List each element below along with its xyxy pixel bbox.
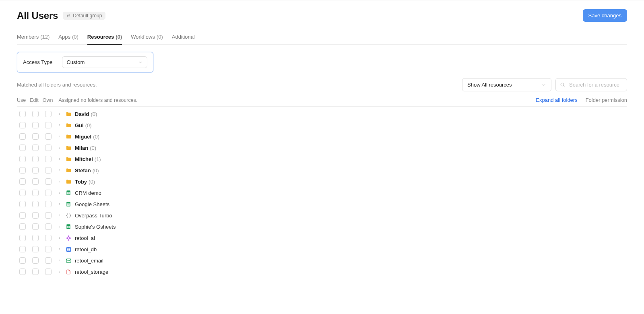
expand-caret[interactable] — [58, 202, 64, 206]
checkbox-own[interactable] — [45, 156, 52, 162]
checkbox-own[interactable] — [45, 235, 52, 241]
tab-count: (0) — [116, 34, 122, 40]
folder-icon — [65, 122, 72, 128]
expand-caret[interactable] — [58, 225, 64, 228]
resource-name[interactable]: Toby — [75, 179, 87, 185]
resource-row: Milan(0) — [17, 142, 627, 153]
checkbox-own[interactable] — [45, 223, 52, 230]
resource-name[interactable]: CRM demo — [75, 190, 101, 196]
tab-additional[interactable]: Additional — [172, 31, 195, 45]
expand-caret[interactable] — [58, 180, 64, 183]
checkbox-use[interactable] — [19, 111, 26, 117]
expand-caret[interactable] — [58, 214, 64, 217]
expand-caret[interactable] — [58, 259, 64, 262]
checkbox-edit[interactable] — [32, 235, 39, 241]
checkbox-own[interactable] — [45, 145, 52, 151]
checkbox-use[interactable] — [19, 133, 26, 140]
expand-caret[interactable] — [58, 135, 64, 138]
expand-caret[interactable] — [58, 270, 64, 273]
tab-label: Members — [17, 34, 39, 40]
resource-name[interactable]: David — [75, 111, 89, 117]
checkbox-use[interactable] — [19, 212, 26, 219]
checkbox-use[interactable] — [19, 257, 26, 264]
resource-name[interactable]: Sophie's Gsheets — [75, 224, 116, 230]
checkbox-own[interactable] — [45, 167, 52, 174]
checkbox-edit[interactable] — [32, 122, 39, 128]
checkbox-use[interactable] — [19, 145, 26, 151]
expand-caret[interactable] — [58, 124, 64, 127]
resource-name[interactable]: Milan — [75, 145, 88, 151]
resource-name[interactable]: Mitchel — [75, 156, 93, 162]
checkbox-edit[interactable] — [32, 133, 39, 140]
checkbox-use[interactable] — [19, 178, 26, 185]
checkbox-edit[interactable] — [32, 167, 39, 174]
tab-resources[interactable]: Resources(0) — [87, 31, 122, 45]
expand-all-folders-link[interactable]: Expand all folders — [536, 97, 577, 103]
expand-caret[interactable] — [58, 112, 64, 116]
folder-permission-link[interactable]: Folder permission — [586, 97, 627, 103]
checkbox-use[interactable] — [19, 246, 26, 252]
checkbox-own[interactable] — [45, 133, 52, 140]
resource-search[interactable] — [555, 78, 627, 91]
expand-caret[interactable] — [58, 169, 64, 172]
checkbox-use[interactable] — [19, 269, 26, 275]
checkbox-own[interactable] — [45, 269, 52, 275]
tab-count: (12) — [40, 34, 50, 40]
checkbox-edit[interactable] — [32, 190, 39, 196]
expand-caret[interactable] — [58, 236, 64, 240]
checkbox-own[interactable] — [45, 111, 52, 117]
checkbox-use[interactable] — [19, 167, 26, 174]
checkbox-use[interactable] — [19, 190, 26, 196]
resource-filter-select[interactable]: Show All resources — [462, 78, 551, 91]
folder-icon — [65, 133, 72, 140]
badge-label: Default group — [73, 13, 102, 19]
checkbox-own[interactable] — [45, 201, 52, 207]
checkbox-edit[interactable] — [32, 269, 39, 275]
resource-row: CRM demo — [17, 187, 627, 198]
checkbox-edit[interactable] — [32, 212, 39, 219]
search-input[interactable] — [568, 81, 623, 88]
checkbox-edit[interactable] — [32, 178, 39, 185]
resource-name[interactable]: Overpass Turbo — [75, 213, 112, 219]
expand-caret[interactable] — [58, 191, 64, 194]
tab-members[interactable]: Members(12) — [17, 31, 50, 45]
checkbox-edit[interactable] — [32, 246, 39, 252]
checkbox-edit[interactable] — [32, 145, 39, 151]
tab-label: Additional — [172, 34, 195, 40]
resource-name[interactable]: retool_storage — [75, 269, 108, 275]
resource-row: Toby(0) — [17, 176, 627, 187]
checkbox-use[interactable] — [19, 235, 26, 241]
resource-name[interactable]: Stefan — [75, 167, 91, 174]
checkbox-edit[interactable] — [32, 111, 39, 117]
page-title: All Users — [17, 10, 58, 21]
checkbox-use[interactable] — [19, 201, 26, 207]
resource-name[interactable]: retool_ai — [75, 235, 95, 241]
resource-row: Mitchel(1) — [17, 153, 627, 165]
checkbox-use[interactable] — [19, 223, 26, 230]
save-changes-button[interactable]: Save changes — [583, 9, 627, 22]
checkbox-edit[interactable] — [32, 156, 39, 162]
checkbox-own[interactable] — [45, 257, 52, 264]
checkbox-edit[interactable] — [32, 223, 39, 230]
checkbox-use[interactable] — [19, 156, 26, 162]
resource-name[interactable]: Google Sheets — [75, 201, 109, 207]
checkbox-use[interactable] — [19, 122, 26, 128]
checkbox-own[interactable] — [45, 190, 52, 196]
expand-caret[interactable] — [58, 157, 64, 161]
col-edit: Edit — [30, 97, 39, 103]
checkbox-own[interactable] — [45, 122, 52, 128]
resource-name[interactable]: Gui — [75, 122, 84, 128]
tab-workflows[interactable]: Workflows(0) — [131, 31, 163, 45]
access-type-select[interactable]: Custom — [62, 56, 147, 68]
resource-name[interactable]: retool_db — [75, 246, 97, 252]
checkbox-own[interactable] — [45, 246, 52, 252]
resource-name[interactable]: retool_email — [75, 258, 103, 264]
checkbox-own[interactable] — [45, 212, 52, 219]
expand-caret[interactable] — [58, 146, 64, 149]
resource-name[interactable]: Miguel — [75, 134, 91, 140]
checkbox-edit[interactable] — [32, 257, 39, 264]
tab-apps[interactable]: Apps(0) — [58, 31, 78, 45]
checkbox-own[interactable] — [45, 178, 52, 185]
expand-caret[interactable] — [58, 248, 64, 251]
checkbox-edit[interactable] — [32, 201, 39, 207]
